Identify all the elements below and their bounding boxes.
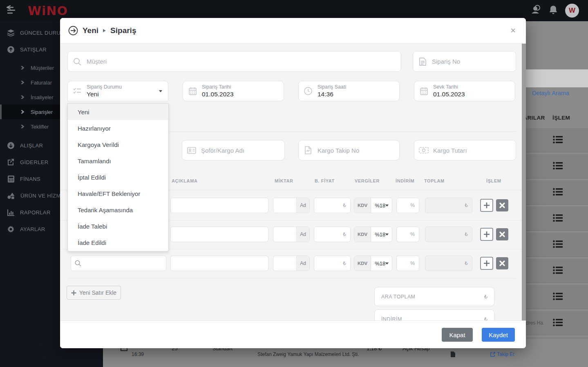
row-actions-icon[interactable] <box>553 318 563 329</box>
item-discount-input[interactable] <box>397 231 410 238</box>
status-option-yeni[interactable]: Yeni <box>68 104 168 120</box>
search-icon <box>68 58 87 66</box>
status-option-iptal-edildi[interactable]: İptal Edildi <box>68 169 168 185</box>
tax-prefix: KDV <box>354 227 371 242</box>
add-item-button[interactable] <box>480 257 493 270</box>
item-price-input[interactable] <box>314 231 343 238</box>
order-date-field[interactable]: Sipariş Tarihi 01.05.2023 <box>183 81 284 101</box>
breadcrumb-separator-icon <box>103 29 106 32</box>
row-actions-icon[interactable] <box>553 135 563 146</box>
col-header-bfiyat: B. FİYAT <box>315 178 335 183</box>
status-option-iade-talebi[interactable]: İade Talebi <box>68 218 168 235</box>
item-quantity-group[interactable]: Ad <box>273 198 310 213</box>
currency-suffix: ₺ <box>343 260 350 266</box>
cargo-tracking-field[interactable] <box>298 140 400 160</box>
cargo-amount-field[interactable] <box>414 140 516 160</box>
close-icon[interactable]: × <box>510 26 516 35</box>
row-actions-icon[interactable] <box>553 187 563 198</box>
driver-cargo-name-field[interactable] <box>182 140 285 160</box>
table-bottom-divider <box>67 278 516 278</box>
status-option-iade-edildi[interactable]: İade Edildi <box>68 235 168 251</box>
wino-logo[interactable]: WiNO <box>28 4 68 18</box>
document-icon[interactable] <box>451 351 455 358</box>
item-discount-input[interactable] <box>397 202 410 209</box>
item-total-group: ₺ <box>425 198 472 213</box>
chevron-right-icon <box>19 66 26 70</box>
remove-item-button[interactable] <box>496 199 508 211</box>
item-discount-group[interactable]: % <box>396 256 419 271</box>
status-option-kargoya-verildi[interactable]: Kargoya Verildi <box>68 136 168 153</box>
new-order-modal: Yeni Sipariş × Sipariş Durumu Yeni <box>60 18 526 348</box>
item-tax-select[interactable]: KDV %18 <box>354 198 392 213</box>
item-quantity-input[interactable] <box>273 260 296 267</box>
detayli-arama-link[interactable]: Detaylı Arama <box>532 90 569 96</box>
item-quantity-group[interactable]: Ad <box>273 256 310 271</box>
item-row: Ad ₺ KDV %18 % ₺ <box>60 256 522 271</box>
order-no-input[interactable] <box>432 58 516 65</box>
item-product-search[interactable] <box>71 256 166 271</box>
order-no-field[interactable] <box>413 51 516 72</box>
item-price-group[interactable]: ₺ <box>314 198 351 213</box>
item-quantity-input[interactable] <box>273 231 296 238</box>
item-description-input[interactable] <box>170 198 268 213</box>
remove-item-button[interactable] <box>496 257 508 269</box>
cargo-amount-input[interactable] <box>433 147 516 154</box>
customer-input[interactable] <box>87 58 401 65</box>
close-button[interactable]: Kapat <box>442 328 473 342</box>
item-total-group: ₺ <box>425 227 472 242</box>
tax-value: %18 <box>375 231 385 238</box>
item-quantity-group[interactable]: Ad <box>273 227 310 242</box>
export-icon <box>7 159 14 166</box>
item-quantity-input[interactable] <box>273 202 296 209</box>
remove-item-button[interactable] <box>496 228 508 240</box>
customer-field[interactable] <box>67 51 401 72</box>
status-option-havale-eft[interactable]: Havale/EFT Bekleniyor <box>68 186 168 202</box>
banknote-icon <box>414 147 433 153</box>
add-item-button[interactable] <box>480 199 493 212</box>
save-button[interactable]: Kaydet <box>482 328 515 342</box>
add-item-button[interactable] <box>480 228 493 241</box>
item-discount-group[interactable]: % <box>396 227 419 242</box>
driver-cargo-name-input[interactable] <box>201 147 284 154</box>
row-actions-icon[interactable] <box>553 292 563 302</box>
x-icon <box>499 202 505 208</box>
item-tax-select[interactable]: KDV %18 <box>354 227 392 242</box>
order-status-dropdown: Yeni Hazırlanıyor Kargoya Verildi Tamaml… <box>67 103 169 251</box>
item-price-input[interactable] <box>314 202 343 209</box>
item-price-group[interactable]: ₺ <box>314 227 351 242</box>
item-product-search-input[interactable] <box>85 260 166 267</box>
item-description-input[interactable] <box>170 256 268 271</box>
document-icon <box>413 58 432 66</box>
row-actions-icon[interactable] <box>553 266 563 276</box>
item-discount-input[interactable] <box>397 260 410 267</box>
row-actions-icon[interactable] <box>553 240 563 250</box>
search-icon <box>71 260 85 267</box>
item-price-input[interactable] <box>314 260 343 267</box>
row-actions-icon[interactable] <box>553 214 563 224</box>
support-icon[interactable] <box>531 4 541 17</box>
status-option-tedarik[interactable]: Tedarik Aşamasında <box>68 202 168 218</box>
takip-et-link[interactable]: Takip Et <box>490 351 514 357</box>
item-tax-select[interactable]: KDV %18 <box>354 256 392 271</box>
modal-scrollbar[interactable] <box>522 44 526 320</box>
gear-icon <box>7 226 14 233</box>
order-status-select[interactable]: Sipariş Durumu Yeni <box>67 81 168 101</box>
ship-date-field[interactable]: Sevk Tarihi 01.05.2023 <box>414 81 515 101</box>
row-actions-icon[interactable] <box>553 161 563 172</box>
status-option-tamamlandi[interactable]: Tamamlandı <box>68 153 168 169</box>
user-avatar[interactable]: W <box>565 4 579 18</box>
add-row-button[interactable]: Yeni Satır Ekle <box>67 286 121 300</box>
subtotal-field[interactable]: ARA TOPLAM ₺ <box>374 287 494 306</box>
chevron-right-icon <box>19 125 26 129</box>
status-option-hazirlaniyor[interactable]: Hazırlanıyor <box>68 120 168 136</box>
sidebar-toggle-icon[interactable] <box>7 5 19 16</box>
discount-field[interactable]: İNDİRİM ₺ <box>374 309 494 320</box>
cargo-tracking-input[interactable] <box>317 147 399 154</box>
item-description-input[interactable] <box>170 227 268 242</box>
order-time-field[interactable]: Sipariş Saati 14:36 <box>298 81 400 101</box>
sidebar-item-label: SATIŞLAR <box>20 47 47 53</box>
tax-value: %18 <box>375 202 385 209</box>
notifications-bell-icon[interactable] <box>549 5 558 16</box>
item-discount-group[interactable]: % <box>396 198 419 213</box>
item-price-group[interactable]: ₺ <box>314 256 351 271</box>
